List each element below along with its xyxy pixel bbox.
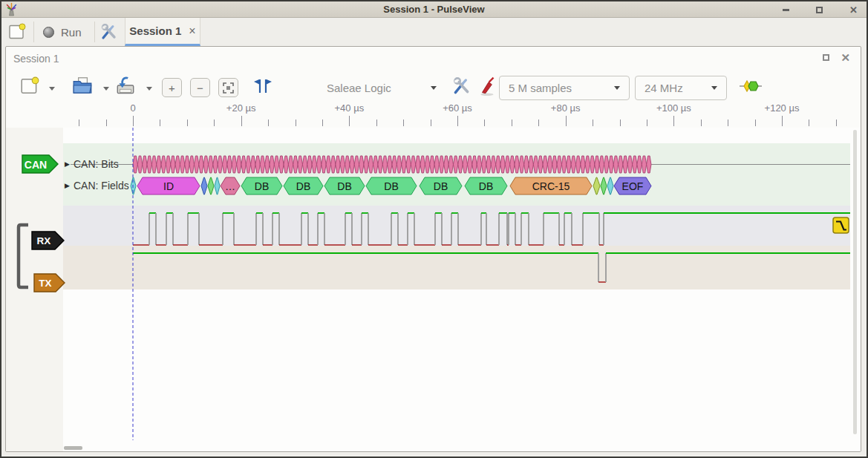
sample-count-select[interactable]: 5 M samples	[499, 76, 630, 100]
can-trace-tag-label: CAN	[25, 159, 47, 171]
ruler-label: +100 µs	[656, 102, 691, 114]
configure-device-button[interactable]	[451, 76, 472, 99]
bit-annotation	[496, 156, 500, 173]
bit-annotation	[336, 156, 340, 173]
trace-view[interactable]: ID…DBDBDBDBDBDBCRC-15EOFCANRXTX ▶ CAN: B…	[6, 128, 861, 451]
tab-session-1[interactable]: Session 1 ×	[125, 18, 200, 46]
ruler-tick	[431, 120, 431, 126]
device-select[interactable]: Saleae Logic	[318, 76, 446, 100]
ruler-tick	[241, 116, 242, 126]
new-file-button[interactable]	[19, 76, 40, 99]
bit-annotation	[524, 156, 529, 173]
bit-annotation	[420, 156, 425, 173]
settings-icon	[99, 22, 119, 42]
new-session-icon	[7, 22, 27, 42]
bit-annotation	[322, 156, 326, 173]
bit-annotation	[251, 156, 255, 173]
bit-annotation	[203, 156, 208, 173]
bit-annotation	[590, 156, 595, 173]
new-session-button[interactable]	[7, 22, 27, 44]
bit-annotation	[585, 156, 590, 173]
run-button[interactable]: Run	[39, 18, 86, 46]
bit-annotation	[279, 156, 284, 173]
bit-annotation	[307, 156, 312, 173]
dock-float-icon[interactable]	[823, 54, 829, 61]
bit-annotation	[575, 156, 580, 173]
save-dropdown-arrow[interactable]	[146, 87, 152, 91]
bit-annotation	[430, 156, 434, 173]
bit-annotation	[392, 156, 397, 173]
ruler-label: +60 µs	[443, 102, 472, 114]
decoder-annotation-label: CRC-15	[532, 180, 570, 192]
bit-annotation	[133, 156, 137, 173]
bit-annotation	[293, 156, 298, 173]
decoder-annotation-label: DB	[337, 180, 351, 192]
add-decoder-button[interactable]	[739, 78, 763, 96]
bit-annotation	[171, 156, 175, 173]
decoder-annotation-label: DB	[384, 180, 398, 192]
bit-annotation	[515, 156, 519, 173]
bit-annotation	[368, 156, 373, 173]
open-file-dropdown-arrow[interactable]	[103, 87, 109, 91]
horizontal-scrollbar-thumb[interactable]	[64, 446, 82, 450]
bit-annotation	[185, 156, 189, 173]
bit-annotation	[623, 156, 627, 173]
bit-annotation	[627, 156, 632, 173]
time-ruler[interactable]: 0+20 µs+40 µs+60 µs+80 µs+100 µs+120 µs	[6, 102, 861, 128]
zoom-in-button[interactable]: +	[162, 78, 182, 97]
toolbar-separator	[33, 22, 34, 42]
bit-annotation	[189, 156, 194, 173]
trigger-marker[interactable]	[833, 217, 849, 233]
channels-button[interactable]	[478, 76, 497, 99]
ruler-tick	[133, 116, 134, 126]
bit-annotation	[411, 156, 415, 173]
vertical-scrollbar-thumb[interactable]	[853, 130, 857, 434]
add-decoder-icon	[739, 78, 763, 94]
zoom-out-button[interactable]: −	[190, 78, 210, 97]
tab-label: Session 1	[129, 24, 181, 37]
show-cursors-button[interactable]	[252, 77, 273, 97]
bit-annotation	[486, 156, 491, 173]
bit-annotation	[147, 156, 151, 173]
bit-annotation	[500, 156, 505, 173]
ruler-tick	[755, 120, 756, 126]
minimize-icon[interactable]	[783, 9, 789, 11]
bit-annotation	[246, 156, 250, 173]
ruler-label: +20 µs	[226, 102, 256, 114]
ruler-tick	[322, 120, 323, 126]
expander-icon[interactable]: ▶	[65, 182, 70, 189]
tab-close-icon[interactable]: ×	[189, 25, 195, 37]
close-icon[interactable]: ✕	[849, 5, 858, 15]
ruler-tick	[79, 120, 79, 126]
bit-annotation	[388, 156, 392, 173]
maximize-icon[interactable]	[816, 7, 823, 13]
bit-annotation	[161, 156, 166, 173]
bit-annotation	[288, 156, 293, 173]
save-file-button[interactable]	[114, 76, 137, 99]
new-file-dropdown-arrow[interactable]	[49, 87, 55, 91]
decoder-annotation-label: EOF	[622, 180, 644, 192]
bit-annotation	[359, 156, 364, 173]
dock-close-icon[interactable]: ✕	[841, 51, 850, 65]
bit-annotation	[477, 156, 481, 173]
ruler-tick	[457, 116, 458, 126]
probe-icon	[478, 76, 497, 96]
bit-annotation	[137, 156, 142, 173]
bit-annotation	[213, 156, 218, 173]
bit-annotation	[561, 156, 566, 173]
ruler-label: +80 µs	[551, 102, 581, 114]
ruler-tick	[836, 120, 837, 126]
ruler-tick	[187, 120, 188, 126]
bit-annotation	[581, 156, 585, 173]
zoom-fit-button[interactable]	[218, 78, 238, 97]
expander-icon[interactable]: ▶	[65, 160, 70, 168]
bit-annotation	[354, 156, 359, 173]
ruler-tick	[647, 120, 647, 126]
decoder-annotation-label: DB	[296, 180, 310, 192]
sample-rate-select[interactable]: 24 MHz	[635, 76, 727, 100]
bit-annotation	[425, 156, 429, 173]
settings-button[interactable]	[99, 22, 119, 44]
ruler-tick	[728, 120, 728, 126]
open-file-button[interactable]	[71, 76, 94, 99]
bit-annotation	[642, 156, 646, 173]
